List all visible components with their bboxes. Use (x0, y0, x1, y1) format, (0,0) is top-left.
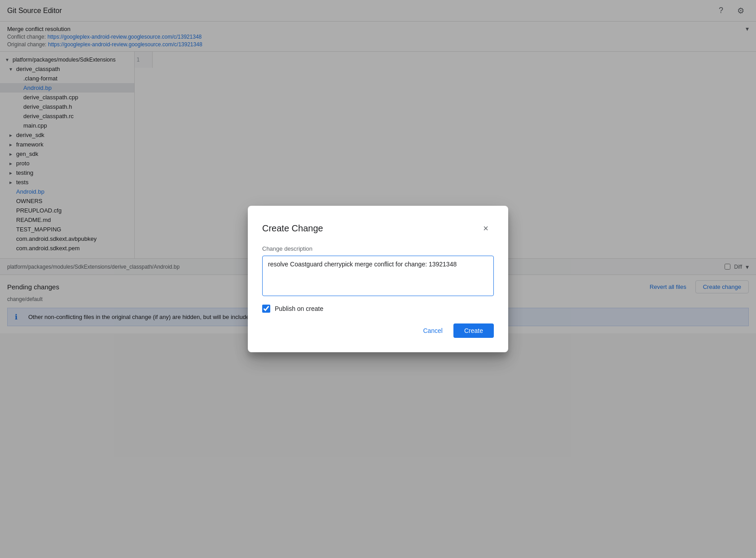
publish-label: Publish on create (275, 305, 323, 312)
cancel-button[interactable]: Cancel (416, 323, 450, 338)
description-textarea[interactable]: resolve Coastguard cherrypick merge conf… (262, 256, 494, 296)
dialog-close-button[interactable]: × (478, 220, 494, 236)
create-change-dialog: Create Change × Change description resol… (248, 206, 508, 352)
publish-checkbox[interactable] (262, 305, 270, 313)
publish-row: Publish on create (262, 305, 494, 313)
create-button[interactable]: Create (453, 323, 494, 338)
modal-backdrop: Create Change × Change description resol… (0, 0, 756, 558)
dialog-actions: Cancel Create (262, 323, 494, 338)
dialog-title: Create Change (262, 223, 323, 234)
description-label: Change description (262, 245, 494, 252)
dialog-header: Create Change × (262, 220, 494, 236)
